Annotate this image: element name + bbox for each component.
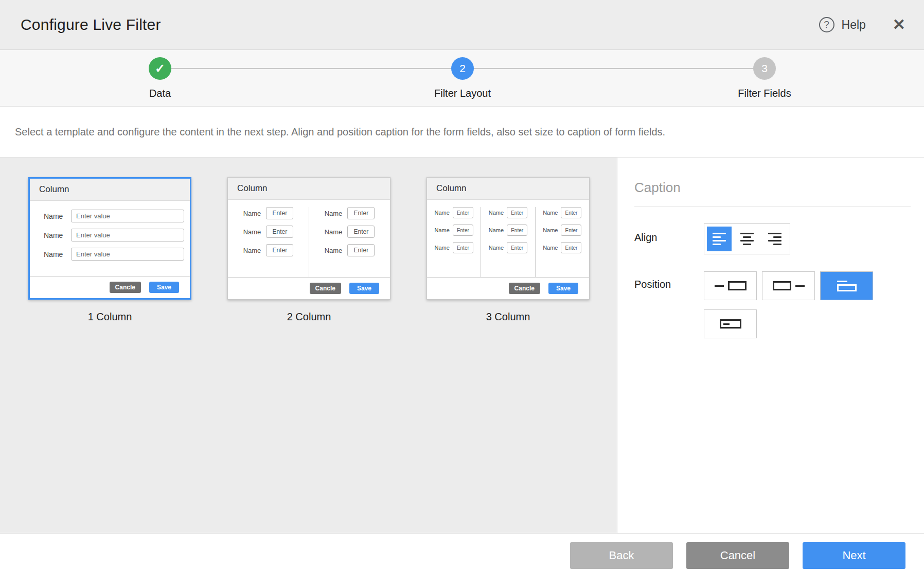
preview-input: Enter <box>266 207 293 219</box>
close-icon[interactable]: ✕ <box>893 17 905 32</box>
preview-field-label: Name <box>434 245 449 251</box>
cancel-button[interactable]: Cancel <box>686 542 789 569</box>
step-label: Filter Layout <box>411 88 514 99</box>
preview-input: Enter <box>561 207 581 218</box>
preview-field-label: Name <box>434 227 449 233</box>
align-right-button[interactable] <box>762 227 787 251</box>
preview-input: Enter <box>507 242 527 253</box>
caption-right-icon <box>795 285 805 287</box>
preview-panel-title: Column <box>427 178 589 200</box>
preview-panel-title: Column <box>228 178 390 200</box>
caption-panel-title: Caption <box>634 180 911 196</box>
template-card-3-column[interactable]: Column NameEnter NameEnter NameEnter Nam… <box>427 177 590 300</box>
preview-field-label: Name <box>434 210 449 216</box>
preview-cancel-button: Cancle <box>509 283 540 294</box>
field-rect-icon <box>773 281 791 290</box>
wizard-stepper: ✓ Data 2 Filter Layout 3 Filter Fields <box>0 50 924 107</box>
preview-column: NameEnter NameEnter NameEnter <box>228 207 309 278</box>
question-mark-icon: ? <box>819 17 834 32</box>
align-button-group <box>704 223 790 254</box>
check-icon: ✓ <box>149 57 171 80</box>
preview-footer: Cancle Save <box>30 276 190 298</box>
template-card-1-column[interactable]: Column Name Enter value Name Enter value… <box>28 177 191 300</box>
caption-inside-icon <box>720 319 741 329</box>
position-caption-inside-button[interactable] <box>704 309 757 338</box>
preview-field-label: Name <box>243 228 261 236</box>
dialog-header: Configure Live Filter ? Help ✕ <box>0 0 924 50</box>
preview-field-label: Name <box>489 210 504 216</box>
preview-column: NameEnter NameEnter NameEnter <box>481 207 535 278</box>
preview-field-label: Name <box>543 227 558 233</box>
preview-input: Enter <box>453 242 473 253</box>
preview-input: Enter <box>347 226 375 238</box>
step-filter-fields[interactable]: 3 Filter Fields <box>713 57 816 99</box>
position-button-group <box>704 271 885 348</box>
preview-field-label: Name <box>543 245 558 251</box>
step-filter-layout[interactable]: 2 Filter Layout <box>411 57 514 99</box>
page-title: Configure Live Filter <box>21 16 161 33</box>
preview-footer: Cancle Save <box>427 277 589 299</box>
preview-field-row: Name Enter value <box>44 248 190 261</box>
instructions-text: Select a template and configure the cont… <box>0 107 924 157</box>
preview-field-label: Name <box>44 231 71 239</box>
preview-field-label: Name <box>243 247 261 254</box>
position-label: Position <box>634 271 704 348</box>
step-number-badge: 3 <box>753 57 776 80</box>
preview-column: NameEnter NameEnter NameEnter <box>427 207 481 278</box>
preview-input: Enter value <box>71 248 184 261</box>
align-left-button[interactable] <box>707 227 732 251</box>
help-button[interactable]: ? Help <box>819 17 866 32</box>
preview-save-button: Save <box>349 283 379 294</box>
preview-field-row: Name Enter value <box>44 210 190 222</box>
align-label: Align <box>634 223 704 254</box>
dialog-footer: Back Cancel Next <box>0 533 924 587</box>
preview-column: NameEnter NameEnter NameEnter <box>535 207 589 278</box>
preview-panel-title: Column <box>30 179 190 201</box>
template-card-label: 3 Column <box>427 311 590 323</box>
next-button[interactable]: Next <box>803 542 905 569</box>
step-label: Filter Fields <box>713 88 816 99</box>
preview-input: Enter <box>266 226 293 238</box>
preview-input: Enter <box>347 244 375 256</box>
preview-input: Enter <box>347 207 375 219</box>
template-list-area: Column Name Enter value Name Enter value… <box>0 158 617 533</box>
position-caption-right-button[interactable] <box>762 271 815 300</box>
template-card-label: 1 Column <box>28 311 191 323</box>
preview-input: Enter <box>266 244 293 256</box>
preview-footer: Cancle Save <box>228 277 390 299</box>
preview-field-label: Name <box>44 250 71 258</box>
preview-field-label: Name <box>325 210 343 217</box>
align-right-icon <box>768 233 781 245</box>
preview-input: Enter <box>453 207 473 218</box>
preview-field-row: Name Enter value <box>44 229 190 241</box>
caption-left-icon <box>715 285 724 287</box>
panel-divider <box>634 206 911 206</box>
preview-field-label: Name <box>489 245 504 251</box>
preview-input: Enter <box>453 225 473 236</box>
preview-field-label: Name <box>44 212 71 220</box>
step-data[interactable]: ✓ Data <box>109 57 211 99</box>
align-center-icon <box>740 233 754 245</box>
preview-field-label: Name <box>489 227 504 233</box>
position-caption-top-button[interactable] <box>820 271 873 300</box>
preview-field-label: Name <box>325 247 343 254</box>
template-card-2-column[interactable]: Column NameEnter NameEnter NameEnter Nam… <box>227 177 390 300</box>
preview-save-button: Save <box>149 282 179 293</box>
preview-save-button: Save <box>548 283 578 294</box>
help-label: Help <box>842 18 866 32</box>
preview-cancel-button: Cancle <box>110 282 141 293</box>
step-number-badge: 2 <box>451 57 474 80</box>
preview-input: Enter <box>507 207 527 218</box>
align-center-button[interactable] <box>735 227 759 251</box>
align-left-icon <box>713 233 726 245</box>
field-rect-icon <box>728 281 747 290</box>
preview-field-label: Name <box>325 228 343 236</box>
position-caption-left-button[interactable] <box>704 271 757 300</box>
preview-field-label: Name <box>243 210 261 217</box>
step-label: Data <box>109 88 211 99</box>
template-card-label: 2 Column <box>227 311 390 323</box>
caption-settings-panel: Caption Align Position <box>617 158 924 533</box>
caption-top-icon <box>837 281 857 291</box>
preview-cancel-button: Cancle <box>310 283 341 294</box>
back-button[interactable]: Back <box>570 542 673 569</box>
